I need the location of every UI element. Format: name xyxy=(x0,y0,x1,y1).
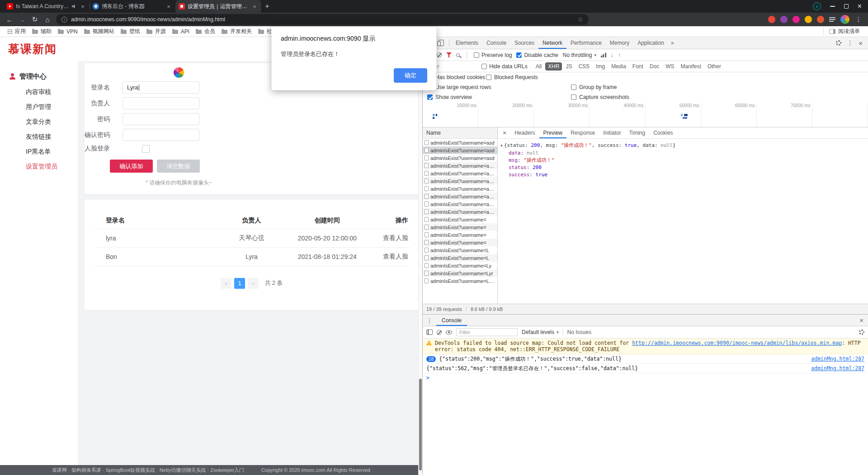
address-bar[interactable]: admin.imoocnews.com:9090/imooc-news/admi… xyxy=(56,14,589,25)
resource-filter-img[interactable]: Img xyxy=(593,62,608,71)
bookmark-item[interactable]: 开发相关 xyxy=(218,27,255,36)
request-row[interactable]: adminIsExist?username= xyxy=(423,216,497,223)
prev-page-button[interactable] xyxy=(221,278,231,289)
detail-tab-initiator[interactable]: Initiator xyxy=(599,127,625,138)
sidebar-item[interactable]: 内容审核 xyxy=(0,85,78,99)
capture-screenshots-toggle[interactable]: Capture screenshots xyxy=(571,94,629,100)
current-page-button[interactable]: 1 xyxy=(234,278,245,289)
import-har-icon[interactable]: ↓ xyxy=(611,52,613,58)
request-row[interactable]: adminIsExist?username=asdsd xyxy=(423,193,497,200)
source-link[interactable]: adminMng.html:287 xyxy=(811,365,864,372)
bookmark-item[interactable]: 应用 xyxy=(5,27,29,36)
password-input[interactable] xyxy=(123,113,199,125)
scrollbar-thumb[interactable] xyxy=(419,379,422,470)
console-settings-icon[interactable] xyxy=(859,329,864,335)
more-tabs-icon[interactable] xyxy=(668,40,677,46)
detail-tab-response[interactable]: Response xyxy=(566,127,599,138)
request-row[interactable]: adminIsExist?username=asdsd xyxy=(423,200,497,208)
new-tab-button[interactable] xyxy=(261,0,273,12)
detail-tab-timing[interactable]: Timing xyxy=(625,127,650,138)
browser-menu-icon[interactable] xyxy=(854,16,863,23)
extension-icon[interactable] xyxy=(793,16,800,23)
request-row[interactable]: adminIsExist?username=asdsd xyxy=(423,169,497,177)
resource-filter-doc[interactable]: Doc xyxy=(647,62,662,71)
tab-elements[interactable]: Elements xyxy=(452,37,482,49)
extension-icon[interactable] xyxy=(768,16,775,23)
site-info-icon[interactable] xyxy=(61,17,67,23)
request-row[interactable]: adminIsExist?username=asd xyxy=(423,154,497,162)
tab-network[interactable]: Network xyxy=(538,37,566,49)
home-icon[interactable]: ⌂ xyxy=(42,14,53,25)
resource-filter-js[interactable]: JS xyxy=(563,62,575,71)
blocked-requests-toggle[interactable]: Blocked Requests xyxy=(486,74,538,80)
forward-icon[interactable]: → xyxy=(16,14,28,25)
clear-console-icon[interactable] xyxy=(437,330,442,335)
disable-cache-toggle[interactable]: Disable cache xyxy=(516,52,558,58)
tab-close-icon[interactable] xyxy=(79,3,86,10)
extension-icon[interactable] xyxy=(817,16,824,23)
window-close-button[interactable] xyxy=(858,2,862,10)
extension-icon[interactable] xyxy=(780,16,788,23)
sidebar-item[interactable]: IP黑名单 xyxy=(0,144,78,159)
live-expression-icon[interactable] xyxy=(446,330,452,334)
confirm-password-input[interactable] xyxy=(123,129,199,141)
close-detail-icon[interactable] xyxy=(499,129,510,136)
browser-tab[interactable]: 设置管理员｜运营管理平... xyxy=(175,0,261,13)
sidebar-item[interactable]: 友情链接 xyxy=(0,129,78,144)
device-toolbar-icon[interactable] xyxy=(439,40,444,46)
bookmark-item[interactable]: 壁纸 xyxy=(118,27,143,36)
bookmark-item[interactable]: 会员 xyxy=(193,27,218,36)
reading-list-button[interactable]: 阅读清单 xyxy=(823,28,863,35)
tab-console[interactable]: Console xyxy=(436,315,467,326)
tab-sources[interactable]: Sources xyxy=(510,37,538,49)
resource-filter-manifest[interactable]: Manifest xyxy=(678,62,704,71)
name-column-header[interactable]: Name xyxy=(423,127,497,139)
hide-data-urls-toggle[interactable]: Hide data URLs xyxy=(481,63,528,70)
clear-icon[interactable] xyxy=(437,52,442,57)
tab-close-icon[interactable] xyxy=(251,3,258,10)
blocked-requests-checkbox[interactable] xyxy=(486,75,491,80)
request-row[interactable]: adminIsExist?username=asdsd xyxy=(423,162,497,169)
url-text[interactable]: admin.imoocnews.com:9090/imooc-news/admi… xyxy=(71,16,574,23)
resource-filter-css[interactable]: CSS xyxy=(576,62,592,71)
bookmark-star-icon[interactable] xyxy=(577,16,583,23)
tab-close-icon[interactable] xyxy=(165,3,172,10)
throttling-dropdown[interactable]: No throttling xyxy=(563,52,596,58)
bookmark-item[interactable]: 开源 xyxy=(143,27,169,36)
view-face-link[interactable]: 查看人脸 xyxy=(383,253,408,260)
request-row[interactable]: adminIsExist?username= xyxy=(423,231,497,239)
clear-data-button[interactable]: 清空数据 xyxy=(157,160,200,173)
reading-mode-icon[interactable] xyxy=(829,17,835,22)
request-row[interactable]: adminIsExist?username=asdsd xyxy=(423,185,497,193)
manager-input[interactable] xyxy=(123,97,199,109)
detail-tab-cookies[interactable]: Cookies xyxy=(649,127,677,138)
back-icon[interactable]: ← xyxy=(4,14,15,25)
detail-tab-preview[interactable]: Preview xyxy=(539,127,567,138)
filter-funnel-icon[interactable] xyxy=(446,52,452,57)
show-overview-toggle[interactable]: Show overview xyxy=(427,94,571,100)
resource-filter-font[interactable]: Font xyxy=(630,62,646,71)
bookmark-item[interactable]: VPN xyxy=(55,28,81,36)
confirm-add-button[interactable]: 确认添加 xyxy=(110,160,153,173)
log-levels-dropdown[interactable]: Default levels xyxy=(522,329,559,335)
resource-filter-all[interactable]: All xyxy=(533,62,544,71)
tab-memory[interactable]: Memory xyxy=(606,37,633,49)
request-row[interactable]: adminIsExist?username=asdsd xyxy=(423,177,497,185)
request-row[interactable]: adminIsExist?username=Lyra xyxy=(423,277,497,285)
sidebar-item[interactable]: 设置管理员 xyxy=(0,159,78,174)
source-map-link[interactable]: http://admin.imoocnews.com:9090/imooc-ne… xyxy=(632,340,842,346)
network-overview-timeline[interactable]: 10000 ms20000 ms30000 ms40000 ms50000 ms… xyxy=(423,102,868,127)
profile-avatar[interactable] xyxy=(840,15,849,24)
page-scrollbar[interactable] xyxy=(418,37,422,475)
disable-cache-checkbox[interactable] xyxy=(516,52,522,58)
preserve-log-toggle[interactable]: Preserve log xyxy=(474,52,512,58)
console-sidebar-icon[interactable] xyxy=(426,329,433,335)
gear-icon[interactable] xyxy=(836,40,841,46)
request-row[interactable]: adminIsExist?username=asd xyxy=(423,146,497,154)
show-overview-checkbox[interactable] xyxy=(427,94,433,100)
request-row[interactable]: adminIsExist?username=asdsd xyxy=(423,208,497,216)
request-row[interactable]: adminIsExist?username= xyxy=(423,223,497,231)
group-by-frame-checkbox[interactable] xyxy=(571,85,576,90)
request-row[interactable]: adminIsExist?username=L xyxy=(423,246,497,254)
login-name-input[interactable]: Lyra xyxy=(123,81,199,94)
